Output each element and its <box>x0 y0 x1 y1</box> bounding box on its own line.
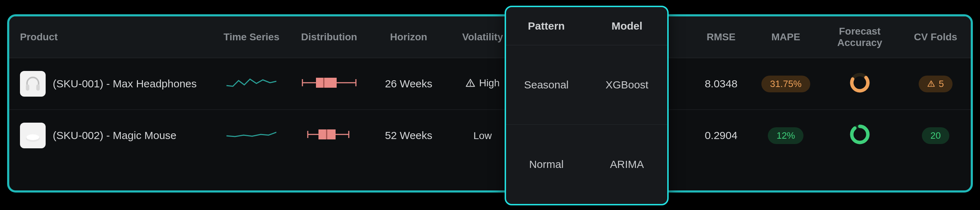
col-horizon[interactable]: Horizon <box>372 16 445 58</box>
svg-point-14 <box>26 134 39 140</box>
product-cell: (SKU-002) - Magic Mouse <box>20 123 213 148</box>
popover-row: Seasonal XGBoost <box>506 45 667 125</box>
popover-row: Normal ARIMA <box>506 125 667 204</box>
svg-point-8 <box>470 84 471 86</box>
col-mape[interactable]: MAPE <box>752 16 819 58</box>
popover-header: Pattern Model <box>506 7 667 45</box>
cv-folds-badge: 20 <box>922 127 949 144</box>
col-distribution[interactable]: Distribution <box>287 16 372 58</box>
table-header-row: Product Time Series Distribution Horizon… <box>9 16 971 58</box>
popover-model-value: XGBoost <box>587 79 667 91</box>
cv-folds-badge: 5 <box>919 76 952 92</box>
mape-badge: 12% <box>768 127 803 144</box>
product-label: (SKU-002) - Magic Mouse <box>53 129 177 142</box>
svg-point-21 <box>852 126 868 142</box>
product-label: (SKU-001) - Max Headphones <box>53 78 197 90</box>
headphones-icon <box>24 75 42 93</box>
horizon-value: 52 Weeks <box>372 110 445 162</box>
column-highlight-popover[interactable]: Pattern Model Seasonal XGBoost Normal AR… <box>504 6 669 205</box>
warning-icon <box>927 80 935 88</box>
sparkline <box>226 76 276 90</box>
accuracy-donut <box>850 72 870 93</box>
volatility-badge: Low <box>474 130 492 142</box>
svg-point-12 <box>931 85 932 86</box>
rmse-value: 0.2904 <box>690 110 752 162</box>
popover-pattern-value: Normal <box>506 158 587 170</box>
svg-rect-5 <box>316 78 337 88</box>
volatility-badge: High <box>465 77 500 89</box>
horizon-value: 26 Weeks <box>372 58 445 110</box>
boxplot <box>299 127 360 142</box>
col-time-series[interactable]: Time Series <box>216 16 287 58</box>
rmse-value: 8.0348 <box>690 58 752 110</box>
col-rmse[interactable]: RMSE <box>690 16 752 58</box>
col-accuracy[interactable]: Forecast Accuracy <box>819 16 900 58</box>
col-product[interactable]: Product <box>9 16 216 58</box>
svg-rect-0 <box>26 84 30 91</box>
popover-col-model[interactable]: Model <box>587 7 667 45</box>
forecast-table: Product Time Series Distribution Horizon… <box>9 16 971 161</box>
table-row[interactable]: (SKU-001) - Max Headphones <box>9 58 971 110</box>
table-row[interactable]: (SKU-002) - Magic Mouse <box>9 110 971 162</box>
sparkline <box>226 127 276 142</box>
data-table-panel: Product Time Series Distribution Horizon… <box>7 14 973 192</box>
product-thumbnail <box>20 71 46 97</box>
product-thumbnail <box>20 123 46 148</box>
popover-pattern-value: Seasonal <box>506 79 587 91</box>
product-cell: (SKU-001) - Max Headphones <box>20 71 213 97</box>
warning-icon <box>465 78 476 88</box>
col-cv-folds[interactable]: CV Folds <box>900 16 971 58</box>
popover-model-value: ARIMA <box>587 158 667 170</box>
mape-badge: 31.75% <box>761 76 810 92</box>
svg-rect-1 <box>37 84 40 91</box>
accuracy-donut <box>850 124 870 145</box>
mouse-icon <box>24 126 42 145</box>
popover-col-pattern[interactable]: Pattern <box>506 7 587 45</box>
boxplot <box>299 76 360 90</box>
